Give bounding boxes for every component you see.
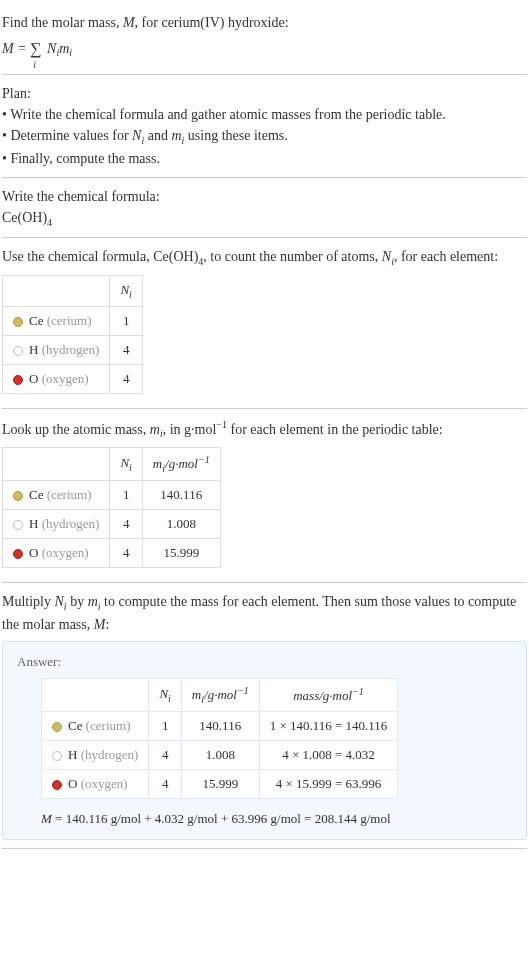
multiply-text: Multiply Ni by mi to compute the mass fo… <box>2 591 527 635</box>
n-cell: 4 <box>110 510 142 539</box>
h-sup: −1 <box>237 685 249 696</box>
m-cell: 1.008 <box>142 510 220 539</box>
calc-cell: 4 × 1.008 = 4.032 <box>259 740 398 769</box>
elem-sym: H <box>29 516 38 531</box>
chemformula-header: Write the chemical formula: <box>2 186 527 207</box>
count-b: , to count the number of atoms, <box>203 249 381 264</box>
intro-M: M <box>123 15 135 30</box>
elem-name: (oxygen) <box>42 371 89 386</box>
elem-cell: H (hydrogen) <box>42 740 149 769</box>
mul-a: Multiply <box>2 594 55 609</box>
mass-section: Look up the atomic mass, mi, in g·mol−1 … <box>2 409 527 583</box>
elem-cell: Ce (cerium) <box>42 711 149 740</box>
mul-d: : <box>105 617 109 632</box>
h-sup: −1 <box>198 454 210 465</box>
n-cell: 1 <box>110 306 142 335</box>
table-row: H (hydrogen) 4 1.008 4 × 1.008 = 4.032 <box>42 740 398 769</box>
elem-cell: Ce (cerium) <box>3 481 110 510</box>
table-row: H (hydrogen) 4 1.008 <box>3 510 221 539</box>
table-row: Ce (cerium) 1 140.116 <box>3 481 221 510</box>
elem-name: (cerium) <box>47 313 92 328</box>
elem-name: (hydrogen) <box>42 342 100 357</box>
sigma-symbol: ∑ <box>30 40 41 57</box>
elem-name: (hydrogen) <box>42 516 100 531</box>
elem-sym: H <box>29 342 38 357</box>
table-row: H (hydrogen) 4 <box>3 335 143 364</box>
sigma-sub: i <box>33 56 36 74</box>
plan-bullet-3: • Finally, compute the mass. <box>2 148 527 169</box>
formula-M: M <box>2 41 14 56</box>
m-cell: 140.116 <box>181 711 259 740</box>
elem-sym: O <box>68 776 77 791</box>
h-mass-sup: −1 <box>352 686 364 697</box>
elem-cell: H (hydrogen) <box>3 335 110 364</box>
elem-sym: Ce <box>29 313 43 328</box>
elem-cell: H (hydrogen) <box>3 510 110 539</box>
intro-line1: Find the molar mass, M, for cerium(IV) h… <box>2 12 527 33</box>
table-header-empty <box>3 276 110 307</box>
chemformula-section: Write the chemical formula: Ce(OH)4 <box>2 178 527 239</box>
table-row: O (oxygen) 4 15.999 <box>3 539 221 568</box>
final-eq-text: = 140.116 g/mol + 4.032 g/mol + 63.996 g… <box>52 811 391 826</box>
mul-m: m <box>88 594 98 609</box>
element-dot-icon <box>13 375 23 385</box>
elem-name: (hydrogen) <box>81 747 139 762</box>
element-dot-icon <box>52 780 62 790</box>
mul-b: by <box>67 594 88 609</box>
h-n: N <box>159 686 168 701</box>
m-cell: 1.008 <box>181 740 259 769</box>
count-text: Use the chemical formula, Ce(OH)4, to co… <box>2 246 527 269</box>
final-M: M <box>41 811 52 826</box>
table-header-row: Ni mi/g·mol−1 <box>3 448 221 481</box>
mass-text: Look up the atomic mass, mi, in g·mol−1 … <box>2 417 527 441</box>
table-header-m: mi/g·mol−1 <box>181 678 259 711</box>
h-n: N <box>120 455 129 470</box>
mass-m: m <box>150 421 160 436</box>
plan-bullet-1: • Write the chemical formula and gather … <box>2 104 527 125</box>
formula-N: N <box>47 41 56 56</box>
table-row: Ce (cerium) 1 140.116 1 × 140.116 = 140.… <box>42 711 398 740</box>
elem-sym: Ce <box>68 718 82 733</box>
m-cell: 15.999 <box>142 539 220 568</box>
plan-b2-and: and <box>144 128 171 143</box>
h-n: N <box>120 282 129 297</box>
n-cell: 1 <box>149 711 181 740</box>
table-header-n: Ni <box>149 678 181 711</box>
elem-name: (cerium) <box>86 718 131 733</box>
h-m: m <box>192 687 201 702</box>
final-equation: M = 140.116 g/mol + 4.032 g/mol + 63.996… <box>41 811 512 827</box>
intro-section: Find the molar mass, M, for cerium(IV) h… <box>2 4 527 75</box>
element-dot-icon <box>13 491 23 501</box>
elem-name: (oxygen) <box>42 545 89 560</box>
plan-section: Plan: • Write the chemical formula and g… <box>2 75 527 178</box>
h-i: i <box>129 462 132 473</box>
plan-b2-a: • Determine values for <box>2 128 132 143</box>
calc-cell: 4 × 15.999 = 63.996 <box>259 769 398 798</box>
elem-sym: O <box>29 371 38 386</box>
table-header-n: Ni <box>110 276 142 307</box>
n-cell: 4 <box>149 769 181 798</box>
count-c: , for each element: <box>394 249 498 264</box>
h-unit: /g·mol <box>204 687 237 702</box>
table-header-m: mi/g·mol−1 <box>142 448 220 481</box>
calc-cell: 1 × 140.116 = 140.116 <box>259 711 398 740</box>
table-header-row: Ni mi/g·mol−1 mass/g·mol−1 <box>42 678 398 711</box>
h-m: m <box>153 457 162 472</box>
plan-header: Plan: <box>2 83 527 104</box>
element-dot-icon <box>13 317 23 327</box>
n-cell: 4 <box>110 364 142 393</box>
table-header-row: Ni <box>3 276 143 307</box>
chemformula-base: Ce(OH) <box>2 210 47 225</box>
answer-table: Ni mi/g·mol−1 mass/g·mol−1 Ce (cerium) 1… <box>41 678 398 799</box>
table-row: Ce (cerium) 1 <box>3 306 143 335</box>
count-n: N <box>382 249 391 264</box>
table-header-empty <box>42 678 149 711</box>
elem-cell: Ce (cerium) <box>3 306 110 335</box>
n-cell: 1 <box>110 481 142 510</box>
chemformula-value: Ce(OH)4 <box>2 207 527 230</box>
mass-b: , in g·mol <box>163 421 217 436</box>
element-dot-icon <box>13 549 23 559</box>
mul-n: N <box>55 594 64 609</box>
h-i: i <box>168 693 171 704</box>
h-mass: mass/g·mol <box>293 688 352 703</box>
